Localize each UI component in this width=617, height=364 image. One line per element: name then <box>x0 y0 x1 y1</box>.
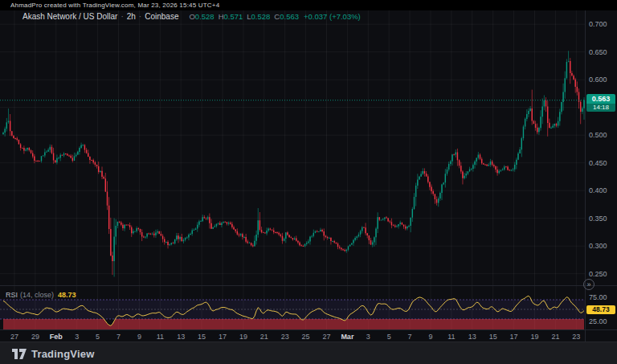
legend-separator: · <box>139 12 141 21</box>
rsi-value-badge: 48.73 <box>586 305 615 314</box>
ohlc-value: 0.563 <box>280 12 299 21</box>
time-axis-label: 7 <box>108 333 129 341</box>
rsi-params: (14, close) <box>20 291 54 299</box>
time-axis-label: 19 <box>525 333 545 341</box>
rsi-title[interactable]: RSI <box>6 291 18 299</box>
rsi-axis-label: 25.00 <box>589 317 616 325</box>
ohlc-label: O <box>189 12 194 21</box>
tradingview-chart-window: AhmadPro created with TradingView.com, M… <box>0 0 617 364</box>
time-axis-label: 29 <box>25 333 46 341</box>
time-axis-label: 5 <box>378 333 399 341</box>
chart-canvas[interactable] <box>0 0 617 364</box>
time-axis-label: 15 <box>483 333 504 341</box>
last-price-value: 0.563 <box>586 94 615 104</box>
tradingview-wordmark: TradingView <box>31 348 95 360</box>
time-axis-label: 19 <box>233 333 254 341</box>
time-axis-label: Mar <box>337 333 358 341</box>
price-axis-label: 0.650 <box>589 48 616 56</box>
ohlc-values: O0.528H0.571L0.528C0.563 <box>185 12 299 21</box>
rsi-current-value: 48.73 <box>58 291 76 299</box>
rsi-legend[interactable]: RSI(14, close)48.73 <box>6 291 76 299</box>
rsi-axis-label: 75.00 <box>589 293 616 301</box>
time-axis-label: 25 <box>296 333 317 341</box>
interval-value[interactable]: 2h <box>127 12 136 21</box>
price-axis-label: 0.250 <box>589 270 616 278</box>
time-axis-label: 21 <box>545 333 566 341</box>
ohlc-value: 0.528 <box>195 12 215 21</box>
time-axis-label: 23 <box>275 333 296 341</box>
time-axis-label: 9 <box>129 333 149 341</box>
time-axis-label: 3 <box>67 333 88 341</box>
price-axis-label: 0.350 <box>589 215 616 223</box>
legend-separator: · <box>121 12 123 21</box>
symbol-title[interactable]: Akash Network / US Dollar <box>22 12 117 21</box>
time-axis-label: 21 <box>254 333 275 341</box>
footer-bar: TradingView <box>0 342 617 364</box>
bar-countdown: 14:18 <box>586 104 615 112</box>
time-axis-label: 15 <box>191 333 212 341</box>
time-axis-label: 23 <box>566 333 586 341</box>
time-axis-label: 13 <box>462 333 483 341</box>
price-axis-label: 0.700 <box>589 20 616 28</box>
price-axis-label: 0.500 <box>589 131 616 139</box>
ohlc-value: 0.571 <box>224 12 243 21</box>
ohlc-label: H <box>219 12 224 21</box>
time-axis-label: 17 <box>504 333 525 341</box>
symbol-legend[interactable]: Akash Network / US Dollar·2h·CoinbaseO0.… <box>22 12 361 21</box>
time-axis-label: 17 <box>212 333 233 341</box>
double-chevron-right-icon: » <box>586 280 590 288</box>
time-axis-label: 7 <box>399 333 420 341</box>
price-axis-label: 0.600 <box>589 76 616 84</box>
exchange-name: Coinbase <box>145 12 178 21</box>
ohlc-value: 0.528 <box>251 12 271 21</box>
tradingview-logo[interactable]: TradingView <box>12 348 95 360</box>
time-axis-label: 13 <box>170 333 191 341</box>
price-axis-label: 0.400 <box>589 186 616 194</box>
time-axis-label: 5 <box>88 333 108 341</box>
scroll-to-recent-button[interactable]: » <box>583 279 595 290</box>
time-axis-label: 11 <box>149 333 170 341</box>
price-axis-label: 0.450 <box>589 159 616 167</box>
time-axis-label: 27 <box>317 333 337 341</box>
time-axis-label: 3 <box>358 333 378 341</box>
time-axis-label: 9 <box>420 333 441 341</box>
time-axis-label: 27 <box>4 333 25 341</box>
tradingview-icon <box>12 349 27 359</box>
time-axis-label: Feb <box>46 333 67 341</box>
last-price-badge: 0.563 14:18 <box>586 94 615 112</box>
change-value: +0.037 (+7.03%) <box>304 12 361 21</box>
time-axis-label: 11 <box>441 333 462 341</box>
price-axis-label: 0.300 <box>589 242 616 250</box>
